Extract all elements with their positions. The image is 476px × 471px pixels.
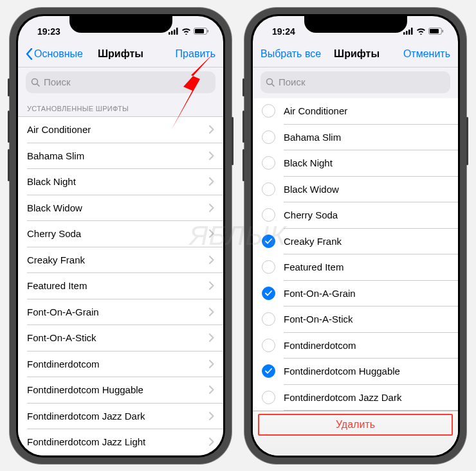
font-label: Fontdinerdotcom Jazz Dark: [284, 392, 401, 403]
font-select-row[interactable]: Fontdinerdotcom: [253, 332, 458, 359]
checkbox-checked-icon[interactable]: [262, 235, 275, 248]
nav-action-label: Править: [176, 48, 215, 60]
font-label: Air Conditioner: [284, 105, 347, 116]
chevron-right-icon: [209, 256, 214, 264]
svg-rect-1: [171, 31, 173, 35]
search-icon: [31, 78, 40, 87]
checkbox-checked-icon[interactable]: [262, 287, 275, 300]
font-row[interactable]: Fontdinerdotcom: [18, 351, 223, 377]
font-label: Font-On-A-Stick: [27, 332, 96, 343]
font-select-row[interactable]: Black Night: [253, 150, 458, 177]
font-row[interactable]: Black Night: [18, 169, 223, 195]
font-row[interactable]: Air Conditioner: [18, 117, 223, 143]
font-label: Fontdinerdotcom Huggable: [284, 366, 400, 377]
checkbox-checked-icon[interactable]: [262, 364, 275, 378]
font-select-row[interactable]: Fontdinerdotcom Huggable: [253, 359, 458, 385]
font-row[interactable]: Fontdinerdotcom Huggable: [18, 377, 223, 404]
chevron-right-icon: [209, 229, 214, 238]
font-row[interactable]: Fontdinerdotcom Jazz Light: [18, 429, 223, 456]
font-select-row[interactable]: Creaky Frank: [253, 228, 458, 254]
checkbox-unchecked-icon[interactable]: [262, 208, 275, 222]
cellular-icon: [403, 28, 414, 35]
checkbox-unchecked-icon[interactable]: [262, 104, 275, 118]
nav-select-all-button[interactable]: Выбрать все: [261, 48, 321, 60]
nav-title: Шрифты: [98, 48, 143, 60]
font-list[interactable]: Air ConditionerBahama SlimBlack NightBla…: [18, 116, 223, 456]
font-label: Creaky Frank: [284, 236, 342, 247]
svg-rect-6: [208, 30, 209, 33]
search-icon: [266, 78, 275, 87]
font-label: Air Conditioner: [27, 124, 91, 135]
font-select-row[interactable]: Font-On-A-Stick: [253, 307, 458, 333]
font-label: Featured Item: [27, 280, 87, 291]
checkbox-unchecked-icon[interactable]: [262, 182, 275, 196]
font-row[interactable]: Fontdinerdotcom Jazz Dark: [18, 403, 223, 429]
checkbox-unchecked-icon[interactable]: [262, 391, 275, 404]
nav-left-label: Выбрать все: [261, 48, 321, 60]
font-select-row[interactable]: Font-On-A-Grain: [253, 280, 458, 307]
font-row[interactable]: Black Widow: [18, 195, 223, 221]
svg-rect-0: [169, 32, 170, 35]
cellular-icon: [169, 28, 179, 35]
checkbox-unchecked-icon[interactable]: [262, 156, 275, 170]
delete-button[interactable]: Удалить: [336, 419, 375, 431]
font-label: Creaky Frank: [27, 254, 85, 265]
font-select-row[interactable]: Black Widow: [253, 176, 458, 202]
search-input[interactable]: Поиск: [26, 71, 215, 93]
font-label: Bahama Slim: [27, 150, 84, 161]
status-indicators: [169, 28, 209, 35]
chevron-right-icon: [209, 152, 214, 160]
svg-rect-9: [403, 32, 405, 35]
svg-rect-11: [408, 30, 410, 35]
svg-rect-12: [411, 28, 413, 35]
checkbox-unchecked-icon[interactable]: [262, 312, 275, 326]
font-row[interactable]: Creaky Frank: [18, 247, 223, 273]
font-row[interactable]: Featured Item: [18, 273, 223, 299]
svg-rect-5: [195, 29, 204, 33]
status-time: 19:23: [37, 26, 60, 37]
nav-bar: Выбрать все Шрифты Отменить: [253, 42, 458, 67]
chevron-right-icon: [209, 308, 214, 316]
nav-action-label: Отменить: [403, 48, 450, 60]
font-label: Fontdinerdotcom: [284, 340, 356, 351]
font-label: Font-On-A-Grain: [284, 288, 356, 299]
font-row[interactable]: Fontdinerdotcom Loungy: [18, 455, 223, 456]
search-input[interactable]: Поиск: [261, 71, 450, 93]
nav-back[interactable]: Основные: [26, 48, 84, 60]
chevron-right-icon: [209, 177, 214, 186]
status-time: 19:24: [272, 26, 295, 37]
checkbox-unchecked-icon[interactable]: [262, 260, 275, 274]
nav-back-label: Основные: [34, 48, 83, 60]
nav-edit-button[interactable]: Править: [158, 48, 215, 60]
font-row[interactable]: Bahama Slim: [18, 143, 223, 169]
font-select-row[interactable]: Fontdinerdotcom Jazz Dark: [253, 384, 458, 411]
chevron-right-icon: [209, 125, 214, 134]
font-row[interactable]: Cherry Soda: [18, 221, 223, 247]
font-select-row[interactable]: Cherry Soda: [253, 202, 458, 229]
font-label: Fontdinerdotcom Jazz Light: [27, 436, 145, 447]
nav-cancel-button[interactable]: Отменить: [392, 48, 450, 60]
chevron-left-icon: [26, 48, 33, 60]
font-row[interactable]: Font-On-A-Stick: [18, 325, 223, 351]
phone-right: 19:24 Выбрать все Шрифты Отменить Поиск …: [244, 8, 466, 464]
font-label: Featured Item: [284, 262, 343, 272]
chevron-right-icon: [209, 438, 214, 446]
font-select-list[interactable]: Air ConditionerBahama SlimBlack NightBla…: [253, 98, 458, 456]
font-label: Black Widow: [284, 184, 339, 195]
chevron-right-icon: [209, 333, 214, 342]
font-label: Font-On-A-Stick: [284, 314, 353, 324]
font-label: Fontdinerdotcom Huggable: [27, 384, 143, 395]
checkbox-unchecked-icon[interactable]: [262, 130, 275, 144]
font-select-row[interactable]: Featured Item: [253, 254, 458, 281]
search-placeholder: Поиск: [279, 76, 306, 87]
svg-rect-3: [176, 28, 178, 35]
svg-line-17: [272, 84, 275, 86]
font-row[interactable]: Font-On-A-Grain: [18, 299, 223, 325]
font-select-row[interactable]: Bahama Slim: [253, 124, 458, 150]
font-label: Bahama Slim: [284, 132, 341, 143]
svg-line-8: [37, 84, 40, 86]
battery-icon: [428, 28, 444, 35]
checkbox-unchecked-icon[interactable]: [262, 339, 275, 352]
svg-rect-2: [174, 30, 176, 35]
font-select-row[interactable]: Air Conditioner: [253, 98, 458, 125]
